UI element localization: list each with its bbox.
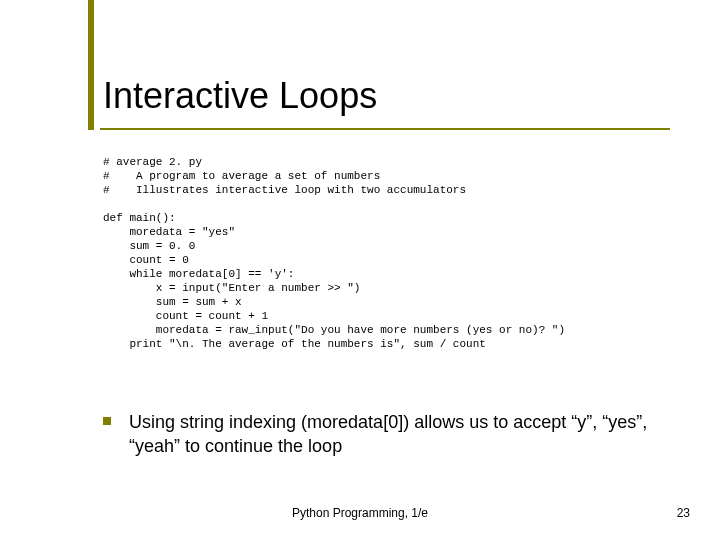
square-bullet-icon (103, 417, 111, 425)
footer-page-number: 23 (677, 506, 690, 520)
code-block: # average 2. py # A program to average a… (103, 155, 565, 351)
slide-title: Interactive Loops (103, 75, 377, 117)
bullet-row: Using string indexing (moredata[0]) allo… (103, 410, 689, 458)
title-underline (100, 128, 670, 130)
footer-center: Python Programming, 1/e (0, 506, 720, 520)
bullet-text: Using string indexing (moredata[0]) allo… (129, 410, 689, 458)
accent-bar (88, 0, 94, 130)
